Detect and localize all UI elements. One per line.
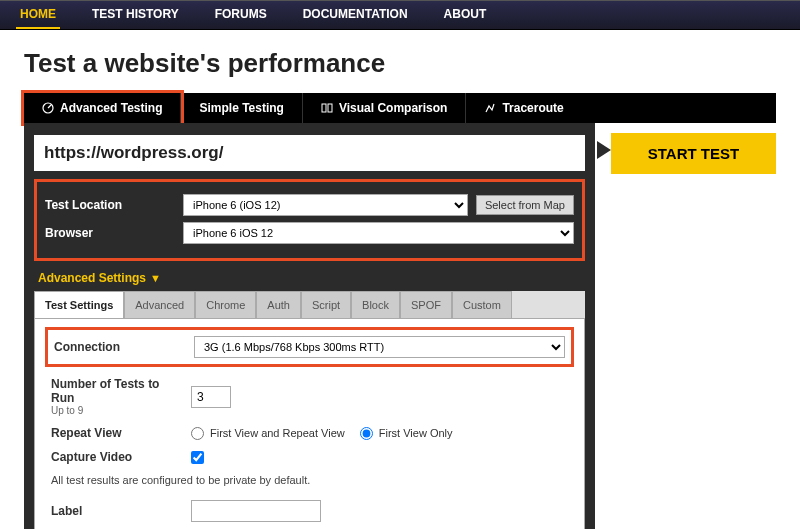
main-tabs: Advanced Testing Simple Testing Visual C… [24,93,776,123]
test-location-select[interactable]: iPhone 6 (iOS 12) [183,194,468,216]
browser-select[interactable]: iPhone 6 iOS 12 [183,222,574,244]
compare-icon [321,102,333,114]
tab-label: Advanced Testing [60,101,162,115]
radio-label: First View Only [379,427,453,439]
tab-label: Traceroute [502,101,563,115]
location-browser-group: Test Location iPhone 6 (iOS 12) Select f… [34,179,585,261]
test-location-label: Test Location [45,198,175,212]
subtab-custom[interactable]: Custom [452,291,512,318]
private-note: All test results are configured to be pr… [51,474,568,486]
subtab-block[interactable]: Block [351,291,400,318]
select-from-map-button[interactable]: Select from Map [476,195,574,215]
url-input[interactable] [34,135,585,171]
chevron-down-icon: ▼ [150,272,161,284]
connection-label: Connection [54,340,184,354]
page-title: Test a website's performance [24,48,776,79]
tab-label: Simple Testing [199,101,283,115]
test-panel: Test Location iPhone 6 (iOS 12) Select f… [24,123,595,529]
arrow-icon [597,141,611,159]
repeat-first-only-radio[interactable] [360,427,373,440]
subtab-chrome[interactable]: Chrome [195,291,256,318]
subtab-spof[interactable]: SPOF [400,291,452,318]
tab-label: Visual Comparison [339,101,447,115]
tab-simple-testing[interactable]: Simple Testing [181,93,302,123]
connection-row: Connection 3G (1.6 Mbps/768 Kbps 300ms R… [45,327,574,367]
repeat-first-and-repeat-radio[interactable] [191,427,204,440]
advanced-settings-toggle[interactable]: Advanced Settings▼ [34,261,585,291]
repeat-view-label: Repeat View [51,426,181,440]
subtab-script[interactable]: Script [301,291,351,318]
svg-rect-1 [322,104,326,112]
subtab-advanced[interactable]: Advanced [124,291,195,318]
nav-about[interactable]: ABOUT [440,1,491,29]
tab-traceroute[interactable]: Traceroute [466,93,581,123]
nav-test-history[interactable]: TEST HISTORY [88,1,183,29]
settings-body: Connection 3G (1.6 Mbps/768 Kbps 300ms R… [34,318,585,529]
capture-video-label: Capture Video [51,450,181,464]
capture-video-checkbox[interactable] [191,451,204,464]
tab-visual-comparison[interactable]: Visual Comparison [303,93,466,123]
label-label: Label [51,504,181,518]
svg-rect-2 [328,104,332,112]
gauge-icon [42,102,54,114]
connection-select[interactable]: 3G (1.6 Mbps/768 Kbps 300ms RTT) [194,336,565,358]
subtab-auth[interactable]: Auth [256,291,301,318]
top-nav: HOME TEST HISTORY FORUMS DOCUMENTATION A… [0,0,800,30]
browser-label: Browser [45,226,175,240]
route-icon [484,102,496,114]
subtab-test-settings[interactable]: Test Settings [34,291,124,318]
start-test-button[interactable]: START TEST [611,133,776,174]
label-input[interactable] [191,500,321,522]
nav-documentation[interactable]: DOCUMENTATION [299,1,412,29]
num-tests-input[interactable] [191,386,231,408]
settings-subtabs: Test Settings Advanced Chrome Auth Scrip… [34,291,585,318]
num-tests-label: Number of Tests to Run Up to 9 [51,377,181,416]
tab-advanced-testing[interactable]: Advanced Testing [24,93,181,123]
nav-forums[interactable]: FORUMS [211,1,271,29]
nav-home[interactable]: HOME [16,1,60,29]
radio-label: First View and Repeat View [210,427,345,439]
